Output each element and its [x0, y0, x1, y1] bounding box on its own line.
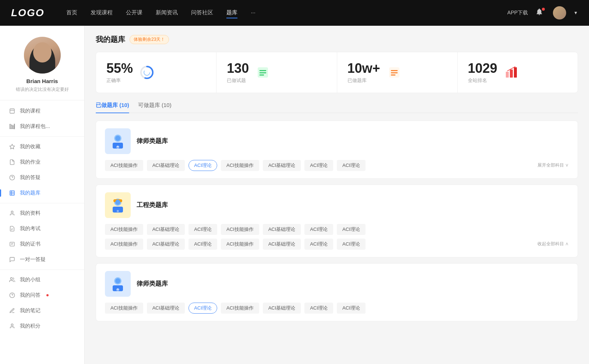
homework-icon [9, 159, 15, 165]
tag-item[interactable]: ACI基础理论 [263, 224, 301, 235]
tag-item-active[interactable]: ACI理论 [188, 303, 217, 314]
sidebar-divider-2 [0, 203, 84, 203]
expand-link-1[interactable]: 展开全部科目 ∨ [537, 162, 569, 168]
notification-bell[interactable] [535, 8, 546, 18]
tag-item[interactable]: ACI理论 [304, 224, 333, 235]
nav-question-bank[interactable]: 题库 [226, 8, 237, 18]
nav-qa[interactable]: 问答社区 [191, 8, 213, 18]
sidebar-item-exam[interactable]: 我的考试 [0, 221, 84, 236]
tab-done-banks[interactable]: 已做题库 (10) [96, 102, 129, 113]
bank-tags-2-row2: ACI技能操作 ACI基础理论 ACI理论 ACI技能操作 ACI基础理论 AC… [105, 239, 534, 250]
svg-rect-5 [14, 124, 14, 129]
sidebar-label-homework: 我的作业 [20, 159, 40, 165]
nav-more[interactable]: ··· [251, 8, 255, 18]
tag-item[interactable]: ACI基础理论 [147, 303, 185, 314]
tag-item[interactable]: ACI基础理论 [263, 160, 301, 171]
app-header: LOGO 首页 发现课程 公开课 新闻资讯 问答社区 题库 ··· APP下载 … [0, 0, 589, 26]
sidebar-item-homework[interactable]: 我的作业 [0, 154, 84, 170]
sidebar-label-certificate: 我的证书 [20, 241, 40, 247]
sidebar-label-one-on-one: 一对一答疑 [20, 256, 46, 263]
tag-item[interactable]: ACI基础理论 [263, 303, 301, 314]
tag-item[interactable]: ACI理论 [337, 224, 366, 235]
logo[interactable]: LOGO [11, 7, 44, 19]
sidebar-item-certificate[interactable]: 我的证书 [0, 236, 84, 252]
sidebar-profile: Brian Harris 错误的决定比没有决定要好 [0, 26, 84, 100]
nav-news[interactable]: 新闻资讯 [156, 8, 178, 18]
sidebar-label-qa: 我的答疑 [20, 174, 40, 181]
tag-item[interactable]: ACI技能操作 [221, 303, 259, 314]
page-title: 我的题库 [96, 35, 125, 44]
notification-dot [542, 8, 545, 11]
tag-item-active[interactable]: ACI理论 [188, 160, 217, 171]
sidebar-label-profile: 我的资料 [20, 210, 40, 217]
tag-item[interactable]: ACI技能操作 [105, 224, 143, 235]
tag-item[interactable]: ACI理论 [337, 303, 366, 314]
tag-item[interactable]: ACI基础理论 [147, 160, 185, 171]
tag-item[interactable]: ACI技能操作 [105, 160, 143, 171]
svg-rect-9 [10, 191, 14, 195]
tag-item[interactable]: ACI技能操作 [221, 224, 259, 235]
svg-rect-4 [13, 126, 14, 129]
sidebar-menu: 我的课程 我的课程包... 我的收藏 [0, 103, 84, 334]
sidebar-item-group[interactable]: 我的小组 [0, 272, 84, 288]
svg-point-25 [144, 69, 150, 75]
tab-available-banks[interactable]: 可做题库 (10) [138, 102, 172, 113]
exam-icon [9, 225, 15, 232]
tag-item[interactable]: ACI基础理论 [147, 224, 185, 235]
sidebar-label-course-package: 我的课程包... [20, 123, 50, 130]
tag-item[interactable]: ACI基础理论 [147, 239, 185, 250]
sidebar-label-my-course: 我的课程 [20, 108, 40, 114]
correct-rate-icon [139, 64, 155, 81]
tag-item[interactable]: ACI技能操作 [221, 160, 259, 171]
sidebar-item-course-package[interactable]: 我的课程包... [0, 119, 84, 134]
questions-done-icon [255, 64, 271, 81]
sidebar-item-profile[interactable]: 我的资料 [0, 206, 84, 221]
tag-item[interactable]: ACI理论 [188, 239, 217, 250]
tag-item[interactable]: ACI基础理论 [263, 239, 301, 250]
sidebar-item-points[interactable]: 我的积分 [0, 318, 84, 334]
expand-link-2[interactable]: 收起全部科目 ∧ [537, 241, 569, 247]
sidebar-item-one-on-one[interactable]: 一对一答疑 [0, 252, 84, 267]
one-on-one-icon [9, 256, 15, 263]
sidebar-item-my-course[interactable]: 我的课程 [0, 103, 84, 119]
user-avatar[interactable] [553, 6, 566, 19]
question-bank-icon [9, 190, 15, 196]
sidebar-item-favorites[interactable]: 我的收藏 [0, 139, 84, 154]
tag-item[interactable]: ACI理论 [337, 160, 366, 171]
bank-tags-1: ACI技能操作 ACI基础理论 ACI理论 ACI技能操作 ACI基础理论 AC… [105, 160, 534, 171]
nav-open-course[interactable]: 公开课 [126, 8, 142, 18]
avatar-chevron-icon[interactable]: ▼ [574, 10, 578, 15]
svg-point-39 [115, 136, 120, 141]
svg-point-45 [117, 210, 119, 212]
stat-value-rank: 1029 [468, 61, 497, 76]
sidebar-item-question-bank[interactable]: 我的题库 [0, 185, 84, 201]
bank-card-lawyer-2: 律师类题库 ACI技能操作 ACI基础理论 ACI理论 ACI技能操作 ACI基… [96, 263, 578, 321]
tag-item[interactable]: ACI技能操作 [221, 239, 259, 250]
bank-title-engineer: 工程类题库 [137, 201, 168, 209]
tag-item[interactable]: ACI技能操作 [105, 239, 143, 250]
stat-label-questions: 已做试题 [227, 77, 249, 84]
tag-item[interactable]: ACI理论 [337, 239, 366, 250]
tag-item[interactable]: ACI理论 [188, 224, 217, 235]
bank-card-lawyer-1: 律师类题库 ACI技能操作 ACI基础理论 ACI理论 ACI技能操作 ACI基… [96, 121, 578, 179]
sidebar-item-my-qa[interactable]: 我的问答 [0, 288, 84, 303]
tag-item[interactable]: ACI理论 [304, 303, 333, 314]
stat-value-questions: 130 [227, 61, 249, 76]
sidebar-label-question-bank: 我的题库 [20, 190, 40, 196]
app-download-link[interactable]: APP下载 [507, 10, 528, 16]
tag-item[interactable]: ACI理论 [304, 239, 333, 250]
sidebar-label-group: 我的小组 [20, 276, 40, 283]
main-content: 我的题库 体验剩余23天！ 55% 正确率 [85, 26, 589, 364]
header-right: APP下载 ▼ [507, 6, 578, 19]
tag-item[interactable]: ACI技能操作 [105, 303, 143, 314]
qa-notification-dot [46, 294, 49, 296]
sidebar-divider-1 [0, 136, 84, 137]
sidebar-item-notes[interactable]: 我的笔记 [0, 303, 84, 318]
sidebar-item-qa[interactable]: 我的答疑 [0, 170, 84, 185]
tag-item[interactable]: ACI理论 [304, 160, 333, 171]
nav-discover[interactable]: 发现课程 [91, 8, 113, 18]
nav-home[interactable]: 首页 [66, 8, 77, 18]
svg-rect-3 [11, 125, 12, 129]
sidebar-label-points: 我的积分 [20, 323, 40, 329]
svg-marker-6 [10, 144, 14, 149]
